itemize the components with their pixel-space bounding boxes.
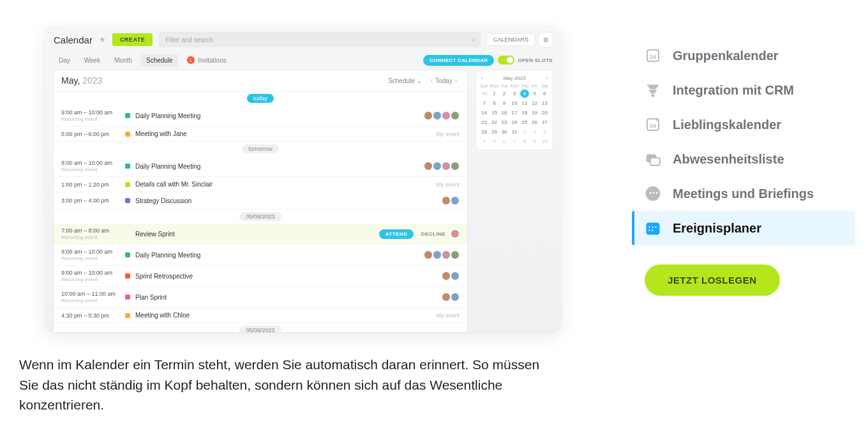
mini-day[interactable]: 29 — [490, 128, 499, 136]
mini-day[interactable]: 5 — [490, 137, 499, 146]
cta-button[interactable]: JETZT LOSLEGEN — [645, 264, 780, 296]
view-day[interactable]: Day — [54, 54, 75, 66]
mini-day[interactable]: 2 — [530, 128, 539, 136]
mini-day[interactable]: 7 — [510, 137, 519, 146]
mini-prev-icon[interactable]: ‹ — [481, 75, 483, 81]
mini-day[interactable]: 17 — [510, 109, 519, 117]
mini-day[interactable]: 6 — [540, 89, 549, 98]
mini-day[interactable]: 19 — [530, 109, 539, 117]
mini-day[interactable]: 8 — [490, 99, 499, 107]
month-heading: May, 2023 — [61, 75, 102, 86]
view-schedule[interactable]: Schedule — [141, 54, 178, 66]
date-chip: tomorrow — [242, 144, 279, 153]
search-placeholder: Filter and search — [165, 36, 213, 43]
event-title: Daily Planning Meeting — [135, 112, 426, 119]
mini-day[interactable]: 13 — [540, 99, 549, 107]
event-row[interactable]: 9:00 am – 10:00 amRecurring eventDaily P… — [54, 156, 467, 177]
mini-day[interactable]: 23 — [500, 118, 509, 126]
mini-day[interactable]: 20 — [540, 109, 549, 117]
mini-day[interactable]: 30 — [480, 89, 489, 98]
mini-day[interactable]: 24 — [510, 118, 519, 126]
mini-day[interactable]: 14 — [480, 109, 489, 117]
recurring-label: Recurring event — [61, 167, 125, 172]
mini-day[interactable]: 3 — [510, 89, 519, 98]
event-row[interactable]: 3:00 pm – 4:00 pmStrategy Discussion — [54, 192, 467, 210]
mini-day[interactable]: 10 — [540, 137, 549, 146]
feature-meet[interactable]: Meetings und Briefings — [632, 176, 855, 211]
mini-day[interactable]: 4 — [520, 89, 529, 98]
calendars-button[interactable]: CALENDARS — [487, 34, 535, 45]
mini-day[interactable]: 4 — [480, 137, 489, 146]
event-right — [426, 250, 460, 259]
mini-day[interactable]: 3 — [540, 128, 549, 136]
search-input[interactable]: Filter and search ⌕ — [159, 32, 481, 47]
mini-day[interactable]: 6 — [500, 137, 509, 146]
mini-day[interactable]: 27 — [540, 118, 549, 126]
mini-day[interactable]: 9 — [530, 137, 539, 146]
mini-day[interactable]: 1 — [520, 128, 529, 136]
mini-day[interactable]: 12 — [530, 99, 539, 107]
meet-icon — [645, 185, 661, 202]
mini-day[interactable]: 16 — [500, 109, 509, 117]
invitations-tab[interactable]: 1 Invitations — [182, 54, 232, 66]
mini-day[interactable]: 11 — [520, 99, 529, 107]
plan-icon — [645, 220, 661, 236]
schedule-panel: May, 2023 Schedule ⌄ ‹ Today › today9:00… — [54, 70, 467, 332]
event-right — [444, 196, 460, 205]
mini-day[interactable]: 1 — [490, 89, 499, 98]
mini-day[interactable]: 9 — [500, 99, 509, 107]
mini-day[interactable]: 18 — [520, 109, 529, 117]
mini-day[interactable]: 26 — [530, 118, 539, 126]
mini-day[interactable]: 28 — [480, 128, 489, 136]
feature-fav[interactable]: 24Lieblingskalender — [632, 107, 855, 142]
mini-day[interactable]: 8 — [520, 137, 529, 146]
mini-dow: Mon — [490, 84, 499, 88]
mini-day[interactable]: 31 — [510, 128, 519, 136]
today-button[interactable]: Today — [435, 77, 453, 84]
event-row[interactable]: 9:00 am – 10:00 amRecurring eventDaily P… — [54, 105, 467, 126]
mini-dow: Tue — [500, 84, 509, 88]
event-row[interactable]: 5:00 pm – 6:00 pmMeeting with JaneMy eve… — [54, 126, 467, 142]
event-title: Daily Planning Meeting — [135, 252, 426, 259]
event-time: 9:00 am – 10:00 am — [61, 160, 125, 166]
event-right — [444, 293, 460, 302]
mini-dow: Sun — [480, 84, 489, 88]
next-icon[interactable]: › — [453, 77, 460, 84]
event-row[interactable]: 10:00 am – 11:00 amRecurring eventPlan S… — [54, 287, 467, 308]
gear-icon[interactable]: ⚙ — [539, 33, 553, 47]
mini-day[interactable]: 15 — [490, 109, 499, 117]
event-row[interactable]: 9:00 am – 10:00 amRecurring eventDaily P… — [54, 245, 467, 266]
event-row[interactable]: 7:00 am – 8:00 amRecurring eventReview S… — [54, 224, 467, 245]
event-time: 9:00 am – 10:00 am — [61, 270, 125, 276]
mini-day[interactable]: 21 — [480, 118, 489, 126]
feature-plan[interactable]: Ereignisplaner — [632, 211, 855, 245]
feature-group[interactable]: 24Gruppenkalender — [632, 38, 855, 73]
svg-marker-2 — [647, 85, 659, 89]
mini-day[interactable]: 2 — [500, 89, 509, 98]
feature-crm[interactable]: Integration mit CRM — [632, 73, 855, 107]
svg-rect-13 — [647, 223, 659, 234]
schedule-dropdown[interactable]: Schedule ⌄ — [388, 77, 421, 84]
mini-day[interactable]: 30 — [500, 128, 509, 136]
mini-day[interactable]: 5 — [530, 89, 539, 98]
star-icon[interactable]: ★ — [99, 35, 106, 44]
view-month[interactable]: Month — [109, 54, 137, 66]
prev-icon[interactable]: ‹ — [428, 77, 435, 84]
mini-next-icon[interactable]: › — [546, 75, 548, 81]
view-week[interactable]: Week — [79, 54, 105, 66]
attend-button[interactable]: ATTEND — [379, 229, 414, 239]
mini-day[interactable]: 22 — [490, 118, 499, 126]
mini-day[interactable]: 10 — [510, 99, 519, 107]
connect-calendar-button[interactable]: CONNECT CALENDAR — [423, 55, 494, 66]
event-row[interactable]: 1:00 pm – 1:20 pmDetails call with Mr. S… — [54, 177, 467, 192]
mini-dow: Fri — [530, 84, 539, 88]
create-button[interactable]: CREATE — [112, 33, 153, 46]
event-row[interactable]: 4:30 pm – 5:30 pmMeeting with ChloeMy ev… — [54, 308, 467, 323]
decline-button[interactable]: DECLINE — [421, 231, 445, 237]
open-slots-toggle[interactable]: OPEN SLOTS — [498, 56, 553, 65]
mini-day[interactable]: 7 — [480, 99, 489, 107]
event-time: 9:00 am – 10:00 am — [61, 109, 125, 116]
event-row[interactable]: 9:00 am – 10:00 amRecurring eventSprint … — [54, 266, 467, 287]
feature-abs[interactable]: Abwesenheitsliste — [632, 142, 855, 176]
mini-day[interactable]: 25 — [520, 118, 529, 126]
